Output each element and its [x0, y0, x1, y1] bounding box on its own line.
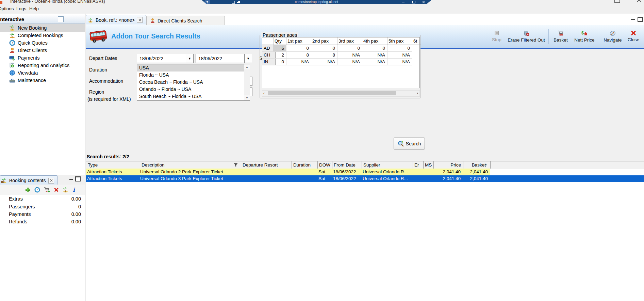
mdi-minimize-icon[interactable] — [631, 19, 635, 20]
pax-cell[interactable]: 0 — [362, 45, 387, 52]
col-header-description[interactable]: Description — [140, 161, 241, 169]
pax-cell[interactable]: N/A — [362, 59, 387, 65]
delete-x-icon[interactable] — [54, 187, 59, 192]
col-header-duration[interactable]: Duration — [292, 161, 318, 169]
sidebar-item-reporting[interactable]: i Reporting and Analytics — [0, 62, 85, 69]
rdp-minimize-icon[interactable] — [402, 2, 404, 2]
result-row-2-selected[interactable]: Attraction Tickets Universal Orlando 3 P… — [86, 175, 644, 182]
region-note: (is required for XML) — [87, 96, 131, 102]
palm-island-icon[interactable] — [63, 187, 68, 193]
chevron-down-icon[interactable]: ▼ — [244, 54, 252, 63]
stop-button: Stop — [489, 30, 505, 42]
scrollbar-thumb[interactable] — [268, 91, 396, 95]
pax-cell[interactable]: N/A — [387, 52, 412, 59]
sidebar-item-new-booking[interactable]: New Booking — [0, 24, 85, 32]
info-icon[interactable]: i — [73, 187, 75, 193]
pax-cell[interactable]: N/A — [337, 59, 362, 65]
col-header-ms[interactable]: MS — [423, 161, 434, 169]
sidebar-item-viewdata[interactable]: Viewdata — [0, 69, 85, 77]
menu-options[interactable]: Options — [0, 6, 14, 11]
depart-date-from-select[interactable]: 18/06/2022 ▼ — [137, 54, 194, 63]
rdp-restore-icon[interactable] — [412, 1, 415, 3]
quote-clock-icon[interactable] — [34, 187, 40, 193]
pax-cell[interactable]: 0 — [337, 45, 362, 52]
add-icon[interactable] — [25, 187, 31, 193]
region-option[interactable]: South Beach ~ Florida ~ USA — [137, 93, 250, 100]
panel-minimize-icon[interactable] — [69, 179, 73, 180]
collapse-panel-button[interactable]: − — [58, 16, 64, 22]
palm-island-icon — [88, 17, 93, 23]
sidebar-item-maintenance[interactable]: Maintenance — [0, 77, 85, 84]
pax-cell[interactable]: N/A — [337, 52, 362, 59]
results-header-row[interactable]: Type Description Departure Resort Durati… — [86, 161, 644, 169]
cell-price: 2,041.40 — [433, 175, 461, 182]
scroll-down-icon[interactable]: ▼ — [244, 95, 250, 100]
scroll-up-icon[interactable]: ▲ — [244, 64, 250, 69]
pax-cell[interactable]: 8 — [311, 52, 337, 59]
tab-book-ref[interactable]: Book. ref.: <none> — [86, 15, 146, 25]
pax-qty-cell[interactable]: 6 — [273, 45, 286, 52]
filter-icon[interactable] — [234, 163, 238, 167]
maximize-button[interactable] — [614, 0, 620, 3]
erase-filtered-out-button[interactable]: Erase Filtered Out — [504, 30, 549, 43]
tab-label: Direct Clients Search — [158, 18, 202, 23]
col-header-supplier[interactable]: Supplier — [362, 161, 413, 169]
basket-arrow-icon[interactable] — [44, 187, 50, 193]
passenger-ages-table[interactable]: Qty 1st pax 2nd pax 3rd pax 4th pax 5th … — [262, 37, 420, 88]
pax-col-header: 6t — [412, 37, 421, 45]
tab-direct-clients-search[interactable]: Direct Clients Search — [146, 16, 225, 25]
result-row-1[interactable]: Attraction Tickets Universal Orlando 2 P… — [86, 169, 490, 175]
scroll-right-icon[interactable]: › — [417, 91, 418, 96]
navigate-button[interactable]: Navigate — [601, 30, 624, 43]
booking-contents-close-icon[interactable] — [48, 178, 54, 184]
pax-cell[interactable]: 0 — [311, 45, 337, 52]
region-option[interactable]: Cocoa Beach ~ Florida ~ USA — [137, 79, 250, 86]
col-header-departure-resort[interactable]: Departure Resort — [241, 161, 292, 169]
pax-qty-cell[interactable]: 2 — [273, 52, 286, 59]
svg-text:$: $ — [581, 30, 584, 35]
stop-icon — [494, 30, 499, 36]
passenger-table-hscrollbar[interactable]: ‹ › — [262, 90, 420, 97]
sidebar-item-completed-bookings[interactable]: Completed Bookings — [0, 32, 85, 39]
pax-cell[interactable]: N/A — [387, 59, 412, 65]
pax-cell[interactable]: 0 — [286, 45, 311, 52]
close-window-icon[interactable] — [637, 0, 642, 2]
menu-logs[interactable]: Logs — [16, 6, 26, 11]
region-option[interactable]: Orlando ~ Florida ~ USA — [137, 86, 250, 93]
scroll-left-icon[interactable]: ‹ — [263, 91, 265, 96]
search-button[interactable]: Search — [394, 138, 425, 149]
pax-cell[interactable]: N/A — [362, 52, 387, 59]
pax-cell[interactable]: N/A — [311, 59, 337, 65]
sidebar-item-direct-clients[interactable]: Direct Clients — [0, 47, 85, 54]
nett-price-button[interactable]: $ Nett Price — [571, 30, 598, 43]
pax-cell[interactable]: 8 — [286, 52, 311, 59]
region-option[interactable]: Florida ~ USA — [137, 72, 250, 79]
col-header-dow[interactable]: DOW — [317, 161, 332, 169]
col-header-type[interactable]: Type — [86, 161, 140, 169]
mdi-restore-icon[interactable] — [638, 17, 643, 22]
booking-contents-row: Refunds 0.00 — [9, 219, 81, 226]
pax-qty-cell[interactable]: 0 — [273, 59, 286, 65]
cell-basket: 2,041.40 — [463, 175, 488, 182]
col-header-er[interactable]: Er — [413, 161, 424, 169]
col-header-price[interactable]: Price — [433, 161, 463, 169]
col-header-from-date[interactable]: From Date — [332, 161, 362, 169]
sidebar-item-payments[interactable]: $ Payments — [0, 54, 85, 62]
tab-close-icon[interactable] — [137, 17, 143, 23]
booking-contents-tab[interactable]: Booking contents — [0, 175, 57, 185]
close-button[interactable]: Close — [625, 30, 642, 42]
depart-date-to-select[interactable]: 18/06/2022 ▼ — [196, 54, 252, 63]
region-scrollbar[interactable]: ▲ ▼ — [244, 64, 250, 100]
chevron-down-icon[interactable]: ▼ — [186, 54, 193, 63]
region-option-selected[interactable]: USA — [137, 64, 244, 72]
rdp-close-icon[interactable] — [422, 1, 425, 3]
region-listbox[interactable]: USA Florida ~ USA Cocoa Beach ~ Florida … — [137, 64, 250, 101]
menu-help[interactable]: Help — [29, 6, 39, 11]
report-pages-icon: i — [9, 62, 15, 68]
pax-cell[interactable]: 0 — [387, 45, 412, 52]
toolbar-separator — [548, 29, 549, 44]
sidebar-item-quick-quotes[interactable]: Quick Quotes — [0, 39, 85, 47]
pax-cell[interactable]: N/A — [286, 59, 311, 65]
basket-button[interactable]: Basket — [551, 30, 571, 43]
panel-restore-icon[interactable] — [75, 176, 81, 181]
